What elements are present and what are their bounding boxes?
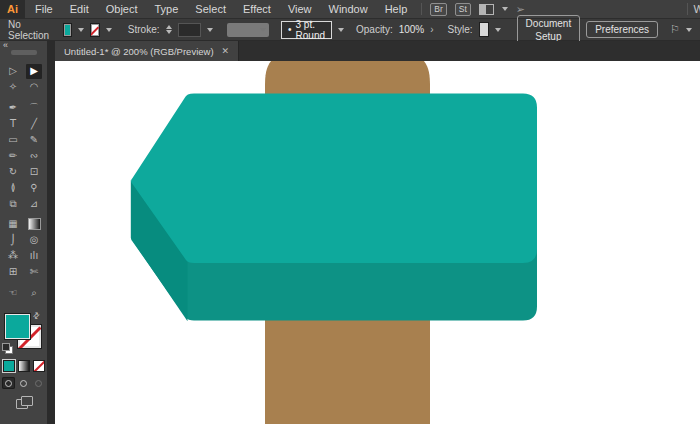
tool-type[interactable]: T bbox=[5, 117, 21, 132]
tool-shaper[interactable]: ∾ bbox=[26, 149, 42, 164]
collapse-panel-icon[interactable]: « bbox=[3, 40, 8, 50]
brush-chevron-icon[interactable] bbox=[338, 28, 344, 32]
tools-grid: ▷▶✧◠✒⌒T╱▭✎✏∾↻⊡≬⚲⧉⊿▦⌡◎⁂ılı⊞✄☜⌕ bbox=[0, 61, 47, 300]
stroke-weight-field[interactable] bbox=[178, 23, 202, 37]
tool-curvature[interactable]: ⌒ bbox=[26, 101, 42, 116]
touch-workspace-icon[interactable]: ⚐ bbox=[670, 23, 680, 36]
tool-rectangle[interactable]: ▭ bbox=[5, 133, 21, 148]
draw-behind-button[interactable] bbox=[17, 377, 30, 389]
blend-tool-icon: ◎ bbox=[30, 235, 39, 245]
preferences-button[interactable]: Preferences bbox=[586, 21, 658, 38]
tool-column-graph[interactable]: ılı bbox=[26, 249, 42, 264]
fill-color-swatch[interactable] bbox=[63, 23, 72, 37]
menu-item-object[interactable]: Object bbox=[106, 3, 138, 15]
document-setup-button[interactable]: Document Setup bbox=[517, 15, 581, 45]
color-mode-button[interactable] bbox=[3, 360, 15, 372]
menu-item-help[interactable]: Help bbox=[385, 3, 408, 15]
stroke-chevron-icon[interactable] bbox=[106, 28, 112, 32]
workspace-chevron-icon[interactable] bbox=[686, 28, 692, 32]
tool-selection[interactable]: ▷ bbox=[5, 64, 21, 79]
style-chevron-icon[interactable] bbox=[495, 28, 501, 32]
none-mode-button[interactable] bbox=[33, 360, 45, 372]
tool-rotate[interactable]: ↻ bbox=[5, 165, 21, 180]
tool-line-segment[interactable]: ╱ bbox=[26, 117, 42, 132]
swap-fill-stroke-icon[interactable]: ⇄ bbox=[31, 310, 42, 321]
default-fill-mini bbox=[2, 343, 10, 351]
tool-pen[interactable]: ✒ bbox=[5, 101, 21, 116]
gradient-mode-button[interactable] bbox=[18, 360, 30, 372]
pen-tool-icon: ✒ bbox=[9, 103, 17, 113]
tool-paintbrush[interactable]: ✎ bbox=[26, 133, 42, 148]
workspace-switcher[interactable]: W bbox=[687, 3, 700, 15]
default-fill-stroke-icon[interactable] bbox=[2, 343, 12, 353]
direct-selection-tool-icon: ▶ bbox=[30, 66, 38, 76]
draw-normal-button[interactable] bbox=[2, 377, 15, 389]
tool-shape-builder[interactable]: ⧉ bbox=[5, 197, 21, 212]
tool-hand[interactable]: ☜ bbox=[5, 286, 21, 301]
menu-item-window[interactable]: Window bbox=[329, 3, 368, 15]
menu-item-file[interactable]: File bbox=[35, 3, 53, 15]
tool-gradient[interactable] bbox=[26, 217, 42, 232]
shape-builder-tool-icon: ⧉ bbox=[9, 199, 16, 209]
canvas[interactable] bbox=[55, 61, 700, 424]
perspective-grid-tool-icon: ⊿ bbox=[30, 199, 38, 209]
bridge-button[interactable]: Br bbox=[430, 3, 447, 16]
screen-mode-rect-front bbox=[21, 396, 33, 406]
change-screen-mode-icon[interactable] bbox=[16, 396, 32, 409]
style-swatch[interactable] bbox=[479, 22, 489, 37]
stroke-weight-stepper[interactable] bbox=[166, 25, 172, 34]
fill-indicator-swatch[interactable] bbox=[4, 313, 31, 340]
stepper-up-icon[interactable] bbox=[166, 25, 172, 29]
tool-width[interactable]: ≬ bbox=[5, 181, 21, 196]
menu-item-type[interactable]: Type bbox=[155, 3, 179, 15]
menu-item-select[interactable]: Select bbox=[195, 3, 226, 15]
stroke-color-swatch[interactable] bbox=[90, 23, 99, 37]
tool-blend[interactable]: ◎ bbox=[26, 233, 42, 248]
app-logo[interactable]: Ai bbox=[0, 0, 25, 19]
draw-inside-button[interactable] bbox=[32, 377, 45, 389]
stepper-down-icon[interactable] bbox=[166, 30, 172, 34]
stock-button[interactable]: St bbox=[455, 3, 471, 16]
menu-item-effect[interactable]: Effect bbox=[243, 3, 271, 15]
arrange-documents-icon[interactable] bbox=[479, 4, 494, 15]
tool-symbol-sprayer[interactable]: ⁂ bbox=[5, 249, 21, 264]
tool-perspective-grid[interactable]: ⊿ bbox=[26, 197, 42, 212]
toolbar-grip[interactable] bbox=[11, 50, 37, 55]
gradient-tool-icon bbox=[28, 218, 41, 230]
brush-preset-label: 3 pt. Round bbox=[296, 19, 325, 41]
tool-magic-wand[interactable]: ✧ bbox=[5, 80, 21, 95]
menu-item-edit[interactable]: Edit bbox=[70, 3, 89, 15]
tab-strip: « Untitled-1* @ 200% (RGB/Preview) ✕ bbox=[0, 41, 700, 61]
tool-eyedropper[interactable]: ⌡ bbox=[5, 233, 21, 248]
width-profile-dropdown[interactable] bbox=[227, 23, 269, 37]
tool-artboard[interactable]: ⊞ bbox=[5, 265, 21, 280]
sign-face-shape[interactable] bbox=[131, 94, 537, 264]
tool-lasso[interactable]: ◠ bbox=[26, 80, 42, 95]
opacity-next-icon[interactable]: › bbox=[430, 24, 433, 35]
panel-gap bbox=[47, 41, 55, 61]
tool-direct-selection[interactable]: ▶ bbox=[26, 64, 42, 79]
opacity-field[interactable]: 100% bbox=[399, 24, 425, 35]
draw-inside-icon bbox=[35, 380, 42, 387]
chevron-down-icon[interactable] bbox=[502, 7, 508, 11]
opacity-label[interactable]: Opacity: bbox=[356, 24, 393, 35]
stroke-label: Stroke: bbox=[128, 24, 160, 35]
menu-bar: Ai FileEditObjectTypeSelectEffectViewWin… bbox=[0, 0, 700, 19]
tool-zoom[interactable]: ⌕ bbox=[26, 286, 42, 301]
tool-mesh[interactable]: ▦ bbox=[5, 217, 21, 232]
document-tab[interactable]: Untitled-1* @ 200% (RGB/Preview) ✕ bbox=[55, 41, 239, 61]
share-icon[interactable]: ➢ bbox=[516, 3, 525, 16]
menu-item-view[interactable]: View bbox=[288, 3, 312, 15]
eyedropper-tool-icon: ⌡ bbox=[10, 235, 15, 245]
tab-close-icon[interactable]: ✕ bbox=[222, 46, 230, 56]
fill-chevron-icon[interactable] bbox=[78, 28, 84, 32]
line-segment-tool-icon: ╱ bbox=[31, 119, 37, 129]
stroke-weight-chevron-icon[interactable] bbox=[207, 28, 213, 32]
separator bbox=[687, 3, 688, 15]
tool-free-transform[interactable]: ⊡ bbox=[26, 165, 42, 180]
tool-pencil[interactable]: ✏ bbox=[5, 149, 21, 164]
tool-puppet-warp[interactable]: ⚲ bbox=[26, 181, 42, 196]
brush-definition-dropdown[interactable]: • 3 pt. Round bbox=[281, 21, 332, 39]
document-tab-title: Untitled-1* @ 200% (RGB/Preview) bbox=[64, 46, 214, 57]
tool-slice[interactable]: ✄ bbox=[26, 265, 42, 280]
